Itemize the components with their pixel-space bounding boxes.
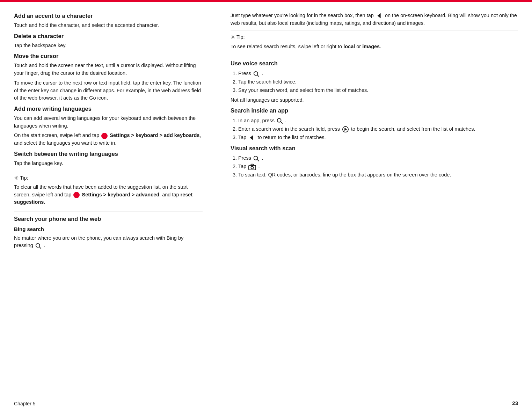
body-bing-post: . — [44, 243, 45, 248]
search-app-step-2: Enter a search word in the search field,… — [238, 125, 518, 133]
visual-step-1: Press . — [238, 154, 518, 162]
tip-sun-icon: ✳ — [14, 174, 19, 182]
settings-keyboard-link: Settings > keyboard > add keyboards — [110, 132, 199, 138]
heading-move-cursor: Move the cursor — [14, 52, 203, 60]
voice-step-2: Tap the search field twice. — [238, 78, 518, 86]
svg-line-6 — [281, 122, 283, 124]
svg-rect-13 — [251, 164, 254, 166]
arrow-left-icon — [376, 12, 383, 19]
voice-search-note: Not all languages are supported. — [231, 96, 518, 104]
tip-label-left: ✳ Tip: — [14, 174, 203, 182]
voice-step-3: Say your search word, and select from th… — [238, 87, 518, 94]
heading-search-in-app: Search inside an app — [231, 107, 518, 115]
visual-step-2-post: . — [258, 164, 260, 169]
visual-step-3: To scan text, QR codes, or barcodes, lin… — [238, 171, 518, 179]
body-add-languages-1: You can add several writing languages fo… — [14, 115, 203, 130]
search-icon-app-1 — [277, 118, 283, 124]
tip-body-left-end: . — [44, 199, 45, 205]
svg-point-3 — [254, 71, 258, 75]
chapter-label: Chapter 5 — [14, 400, 35, 407]
right-column: Just type whatever you're looking for in… — [224, 12, 518, 390]
svg-marker-8 — [344, 128, 347, 131]
search-app-step-3-mid: to return to the list of matches. — [257, 135, 326, 140]
body-add-accent: Touch and hold the character, and select… — [14, 22, 203, 29]
page-footer: Chapter 5 23 — [0, 397, 532, 412]
tip-sun-icon-right: ✳ — [231, 33, 235, 41]
search-app-step-1-post: . — [285, 118, 286, 123]
tip-settings-link: Settings > keyboard > advanced — [82, 192, 160, 197]
page-container: Add an accent to a character Touch and h… — [0, 0, 532, 412]
body-delete-char: Tap the backspace key. — [14, 42, 203, 50]
svg-marker-2 — [377, 13, 380, 19]
intro-text: Just type whatever you're looking for in… — [231, 12, 518, 27]
section-visual-search: Visual search with scan Press . Tap — [231, 144, 518, 179]
page-number: 23 — [512, 399, 518, 407]
tip-section-left: ✳ Tip: To clear all the words that have … — [14, 171, 203, 211]
visual-step-1-pre: Press — [238, 155, 251, 161]
search-app-step-3: Tap to return to the list of matches. — [238, 134, 518, 142]
heading-add-accent: Add an accent to a character — [14, 12, 203, 20]
search-app-step-3-pre: Tap — [238, 135, 246, 140]
heading-search-phone: Search your phone and the web — [14, 215, 203, 223]
voice-search-steps: Press . Tap the search field twice. Say … — [238, 70, 518, 94]
arrow-right-circle-icon — [342, 126, 349, 133]
search-icon-voice-1 — [253, 71, 260, 77]
voice-step-1-post: . — [262, 71, 263, 76]
svg-line-1 — [39, 247, 41, 248]
section-add-accent: Add an accent to a character Touch and h… — [14, 12, 203, 29]
heading-voice-search: Use voice search — [231, 59, 518, 68]
search-app-step-1: In an app, press . — [238, 117, 518, 125]
tip-body-left-post: , and tap — [159, 192, 179, 197]
heading-visual-search: Visual search with scan — [231, 144, 518, 153]
svg-line-11 — [257, 159, 259, 161]
section-delete-char: Delete a character Tap the backspace key… — [14, 32, 203, 50]
tip-settings-gear-icon — [73, 192, 80, 198]
svg-point-14 — [251, 166, 254, 169]
svg-point-5 — [277, 118, 281, 122]
tip-section-right: ✳ Tip: To see related search results, sw… — [231, 30, 518, 56]
svg-point-10 — [254, 156, 258, 160]
voice-step-1-pre: Press — [238, 71, 251, 76]
heading-add-languages: Add more writing languages — [14, 105, 203, 113]
search-app-step-2-mid: to begin the search, and select from the… — [351, 126, 475, 132]
settings-gear-icon — [101, 133, 108, 139]
section-move-cursor: Move the cursor Touch and hold the scree… — [14, 52, 203, 102]
content-area: Add an accent to a character Touch and h… — [0, 2, 532, 397]
right-tip-body-pre: To see related search results, swipe lef… — [231, 44, 342, 49]
intro-pre: Just type whatever you're looking for in… — [231, 13, 374, 18]
left-column: Add an accent to a character Touch and h… — [14, 12, 203, 390]
search-app-steps: In an app, press . Enter a search word i… — [238, 117, 518, 141]
svg-line-4 — [257, 75, 259, 77]
svg-point-0 — [36, 243, 40, 247]
body-add-languages-2-pre: On the start screen, swipe left and tap — [14, 132, 99, 138]
body-move-cursor-1: Touch and hold the screen near the text,… — [14, 62, 203, 77]
visual-step-2: Tap . — [238, 163, 518, 171]
visual-search-steps: Press . Tap — [238, 154, 518, 179]
tip-body-left: To clear all the words that have been ad… — [14, 183, 203, 206]
right-tip-bold2: images — [362, 44, 380, 49]
camera-icon — [248, 163, 256, 170]
search-app-step-2-pre: Enter a search word in the search field,… — [238, 126, 340, 132]
search-icon-visual-1 — [253, 156, 260, 162]
section-switch-languages: Switch between the writing languages Tap… — [14, 150, 203, 167]
body-switch-languages: Tap the language key. — [14, 160, 203, 167]
section-voice-search: Use voice search Press . Tap the search … — [231, 59, 518, 104]
right-tip-bold1: local — [343, 44, 355, 49]
body-add-languages-2: On the start screen, swipe left and tap … — [14, 132, 203, 147]
heading-switch-languages: Switch between the writing languages — [14, 150, 203, 158]
arrow-left-icon-app — [248, 134, 255, 141]
subheading-bing-search: Bing search — [14, 225, 203, 233]
section-search-phone: Search your phone and the web Bing searc… — [14, 215, 203, 250]
voice-step-1: Press . — [238, 70, 518, 78]
search-icon-inline-left — [35, 243, 42, 249]
right-tip-label-text: Tip: — [236, 34, 245, 41]
right-tip-or: or — [356, 44, 361, 49]
right-tip-end: . — [380, 44, 381, 49]
right-tip-label: ✳ Tip: — [231, 33, 518, 41]
tip-label-text-left: Tip: — [20, 174, 28, 182]
body-move-cursor-2: To move the cursor to the next row or te… — [14, 79, 203, 102]
heading-delete-char: Delete a character — [14, 32, 203, 41]
visual-step-2-pre: Tap — [238, 164, 246, 169]
svg-marker-9 — [250, 135, 253, 140]
body-bing-search: No matter where you are on the phone, yo… — [14, 234, 203, 250]
